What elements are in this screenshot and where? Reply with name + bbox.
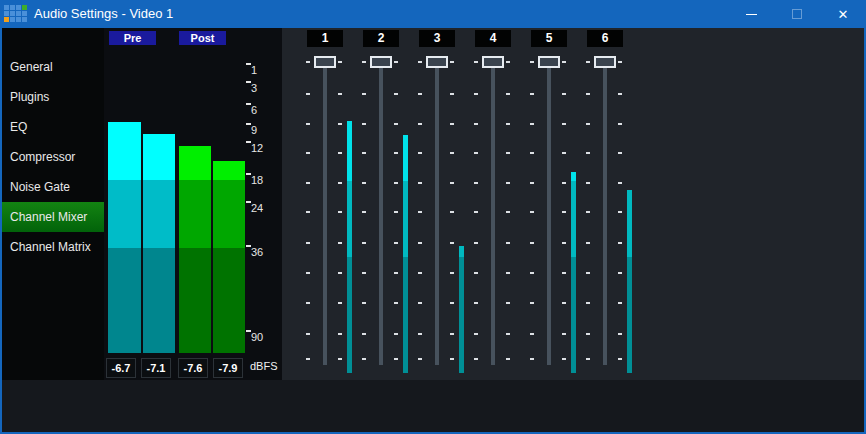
channel-3-level-meter bbox=[459, 246, 464, 373]
slider-tick bbox=[474, 93, 478, 95]
slider-tick bbox=[562, 211, 566, 213]
slider-tick bbox=[418, 358, 422, 360]
sidebar-item-general[interactable]: General bbox=[0, 52, 104, 82]
slider-tick bbox=[618, 242, 622, 244]
sidebar-item-channel-mixer[interactable]: Channel Mixer bbox=[0, 202, 104, 232]
slider-tick bbox=[530, 211, 534, 213]
db-scale-label-24: 24 bbox=[251, 200, 281, 216]
slider-tick bbox=[394, 123, 398, 125]
window-title: Audio Settings - Video 1 bbox=[34, 0, 173, 28]
db-scale-tick bbox=[246, 245, 251, 247]
sidebar-item-channel-matrix[interactable]: Channel Matrix bbox=[0, 232, 104, 262]
slider-tick bbox=[394, 302, 398, 304]
slider-tick bbox=[530, 182, 534, 184]
channel-4-slider-handle[interactable] bbox=[482, 56, 504, 68]
slider-tick bbox=[362, 302, 366, 304]
slider-tick bbox=[338, 302, 342, 304]
dbfs-unit-label: dBFS bbox=[250, 360, 278, 372]
slider-tick bbox=[562, 182, 566, 184]
slider-tick bbox=[618, 182, 622, 184]
pre-level-value-l: -6.7 bbox=[106, 358, 136, 378]
slider-tick bbox=[474, 302, 478, 304]
db-scale-tick bbox=[246, 173, 251, 175]
channel-5-slider-handle[interactable] bbox=[538, 56, 560, 68]
sidebar-item-plugins[interactable]: Plugins bbox=[0, 82, 104, 112]
pre-meter-button[interactable]: Pre bbox=[109, 31, 156, 45]
slider-tick bbox=[506, 358, 510, 360]
slider-tick bbox=[338, 333, 342, 335]
slider-tick bbox=[394, 182, 398, 184]
slider-tick bbox=[362, 272, 366, 274]
slider-tick bbox=[474, 61, 478, 63]
pre-meter-bar-l bbox=[108, 122, 141, 353]
slider-tick bbox=[586, 242, 590, 244]
db-scale-label-18: 18 bbox=[251, 172, 281, 188]
channel-1-slider-track bbox=[323, 62, 327, 365]
slider-tick bbox=[474, 123, 478, 125]
slider-tick bbox=[306, 152, 310, 154]
slider-tick bbox=[562, 272, 566, 274]
db-scale-label-1: 1 bbox=[251, 62, 281, 78]
slider-tick bbox=[506, 333, 510, 335]
slider-tick bbox=[530, 358, 534, 360]
db-scale-tick bbox=[246, 141, 251, 143]
slider-tick bbox=[338, 211, 342, 213]
sidebar-item-noise-gate[interactable]: Noise Gate bbox=[0, 172, 104, 202]
slider-tick bbox=[562, 333, 566, 335]
slider-tick bbox=[362, 93, 366, 95]
slider-tick bbox=[306, 93, 310, 95]
slider-tick bbox=[506, 302, 510, 304]
close-window-button[interactable]: ✕ bbox=[820, 0, 866, 28]
close-icon: ✕ bbox=[838, 8, 849, 21]
post-meter-button[interactable]: Post bbox=[179, 31, 226, 45]
db-scale-label-36: 36 bbox=[251, 244, 281, 260]
titlebar: Audio Settings - Video 1 ✕ bbox=[0, 0, 866, 28]
maximize-button[interactable] bbox=[774, 0, 820, 28]
channel-3-slider-handle[interactable] bbox=[426, 56, 448, 68]
slider-tick bbox=[618, 152, 622, 154]
slider-tick bbox=[474, 182, 478, 184]
slider-tick bbox=[338, 242, 342, 244]
slider-tick bbox=[474, 333, 478, 335]
slider-tick bbox=[338, 61, 342, 63]
slider-tick bbox=[618, 211, 622, 213]
slider-tick bbox=[450, 152, 454, 154]
window-border-left bbox=[0, 28, 2, 434]
slider-tick bbox=[418, 93, 422, 95]
slider-tick bbox=[474, 211, 478, 213]
slider-tick bbox=[586, 211, 590, 213]
channel-2-slider-handle[interactable] bbox=[370, 56, 392, 68]
post-meter-bar-l bbox=[179, 146, 211, 353]
slider-tick bbox=[450, 211, 454, 213]
channel-1-label: 1 bbox=[307, 30, 343, 47]
slider-tick bbox=[450, 123, 454, 125]
slider-tick bbox=[530, 93, 534, 95]
channel-6-slider-handle[interactable] bbox=[594, 56, 616, 68]
slider-tick bbox=[418, 302, 422, 304]
slider-tick bbox=[394, 358, 398, 360]
slider-tick bbox=[618, 358, 622, 360]
slider-tick bbox=[586, 93, 590, 95]
post-level-value-r: -7.9 bbox=[213, 358, 243, 378]
slider-tick bbox=[338, 358, 342, 360]
db-scale-tick bbox=[246, 81, 251, 83]
slider-tick bbox=[362, 123, 366, 125]
slider-tick bbox=[338, 182, 342, 184]
channel-6-slider-track bbox=[603, 62, 607, 365]
slider-tick bbox=[362, 61, 366, 63]
slider-tick bbox=[506, 93, 510, 95]
app-grid-icon bbox=[4, 5, 27, 22]
slider-tick bbox=[362, 333, 366, 335]
minimize-button[interactable] bbox=[728, 0, 774, 28]
sidebar-item-compressor[interactable]: Compressor bbox=[0, 142, 104, 172]
db-scale-label-90: 90 bbox=[251, 329, 281, 345]
channel-5-slider-track bbox=[547, 62, 551, 365]
slider-tick bbox=[450, 272, 454, 274]
slider-tick bbox=[586, 358, 590, 360]
channel-3-slider-track bbox=[435, 62, 439, 365]
db-scale-label-9: 9 bbox=[251, 122, 281, 138]
slider-tick bbox=[362, 211, 366, 213]
db-scale-tick bbox=[246, 123, 251, 125]
channel-1-slider-handle[interactable] bbox=[314, 56, 336, 68]
sidebar-item-eq[interactable]: EQ bbox=[0, 112, 104, 142]
